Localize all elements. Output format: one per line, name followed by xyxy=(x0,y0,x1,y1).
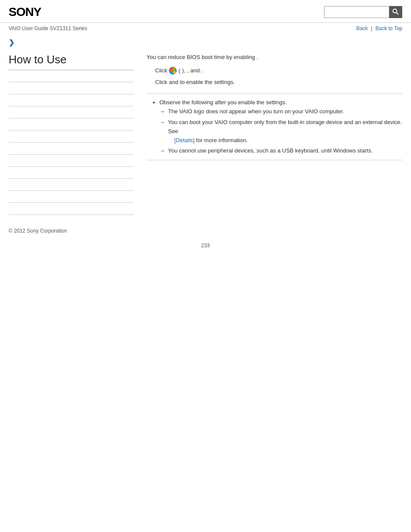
nav-separator: | xyxy=(371,25,372,31)
back-to-top-link[interactable]: Back to Top xyxy=(376,25,402,31)
sidebar-title: How to Use xyxy=(9,53,134,66)
search-input[interactable] xyxy=(324,8,389,16)
sidebar-item-6[interactable] xyxy=(9,131,134,143)
sidebar-item-8[interactable] xyxy=(9,155,134,167)
step2-prefix: Click xyxy=(155,78,167,87)
sidebar-item-4[interactable] xyxy=(9,106,134,118)
page-footer: © 2012 Sony Corporation xyxy=(0,219,411,238)
sub-bullet-3: You cannot use peripheral devices, such … xyxy=(168,146,402,156)
content-divider-1 xyxy=(146,93,402,94)
sidebar-item-5[interactable] xyxy=(9,118,134,131)
search-button[interactable] xyxy=(389,6,402,18)
sidebar-item-10[interactable] xyxy=(9,179,134,191)
copyright-text: © 2012 Sony Corporation xyxy=(9,228,67,234)
sidebar: How to Use xyxy=(9,53,134,215)
nav-links: Back | Back to Top xyxy=(356,25,402,31)
step-1-line: Click ( ), , and . xyxy=(155,66,402,75)
page-header: SONY xyxy=(0,0,411,23)
sub-bullet-list: The VAIO logo does not appear when you t… xyxy=(159,107,402,156)
step2-suffix: to enable the settings. xyxy=(180,78,235,87)
intro-text: You can reduce BIOS boot time by enablin… xyxy=(146,54,255,60)
windows-icon xyxy=(169,67,177,75)
bullet-item-1: Observe the following after you enable t… xyxy=(159,98,402,156)
details-note: for more information. xyxy=(196,137,248,143)
guide-title: VAIO User Guide SVZ1311 Series xyxy=(9,25,87,31)
bullet-heading: Observe the following after you enable t… xyxy=(159,99,287,106)
breadcrumb-arrow[interactable]: ❯ xyxy=(9,39,14,46)
step1-comma: ), xyxy=(182,66,186,75)
svg-line-1 xyxy=(396,12,398,14)
sidebar-item-11[interactable] xyxy=(9,191,134,203)
step2-and: and xyxy=(169,78,178,87)
sub-header: VAIO User Guide SVZ1311 Series Back | Ba… xyxy=(0,23,411,34)
sub-bullet-1: The VAIO logo does not appear when you t… xyxy=(168,107,402,116)
step-1-block: Click ( ), , and . xyxy=(155,66,402,75)
step1-prefix: Click xyxy=(155,66,167,75)
back-link[interactable]: Back xyxy=(356,25,368,31)
step-2-block: Click and to enable the settings. xyxy=(155,78,402,87)
sidebar-item-7[interactable] xyxy=(9,143,134,155)
breadcrumb-area: ❯ xyxy=(0,34,411,49)
step-2-line: Click and to enable the settings. xyxy=(155,78,402,87)
main-content: How to Use You can reduce BIOS boot time… xyxy=(0,49,411,219)
sidebar-item-1[interactable] xyxy=(9,70,134,82)
bullet-list: Observe the following after you enable t… xyxy=(151,98,402,156)
search-icon xyxy=(392,8,399,16)
sub-bullet-2: You can boot your VAIO computer only fro… xyxy=(168,118,402,145)
details-link[interactable]: [Details] xyxy=(174,137,194,143)
content-divider-2 xyxy=(146,160,402,160)
sidebar-item-2[interactable] xyxy=(9,82,134,94)
step1-and: , and xyxy=(187,66,199,75)
content-area: You can reduce BIOS boot time by enablin… xyxy=(142,53,402,215)
content-intro: You can reduce BIOS boot time by enablin… xyxy=(146,53,402,62)
intro-end: . xyxy=(256,54,258,60)
sidebar-item-12[interactable] xyxy=(9,203,134,215)
page-number: 233 xyxy=(0,238,411,253)
step1-end: . xyxy=(201,66,203,75)
sidebar-item-3[interactable] xyxy=(9,94,134,106)
sony-logo: SONY xyxy=(9,5,41,19)
search-container xyxy=(324,6,402,18)
step1-paren-open: ( xyxy=(178,66,180,75)
sidebar-item-9[interactable] xyxy=(9,167,134,179)
